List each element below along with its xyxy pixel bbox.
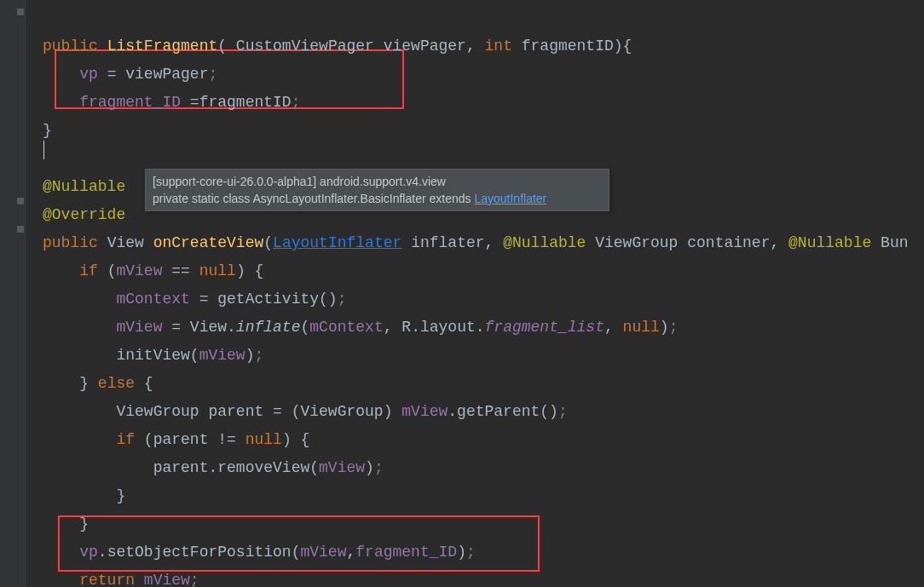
keyword-public: public xyxy=(43,37,98,55)
method-oncreateview: onCreateView xyxy=(153,234,264,251)
field-mview: mView xyxy=(319,459,365,476)
param-type: Bun xyxy=(881,234,908,251)
code-text: .getParent() xyxy=(448,403,558,420)
keyword-null: null xyxy=(199,262,236,279)
gutter-marker xyxy=(17,9,24,15)
tooltip-line2: private static class AsyncLayoutInflater… xyxy=(153,190,602,207)
field-mview: mView xyxy=(199,347,245,364)
tooltip-link-layoutinflater[interactable]: LayoutInflater xyxy=(474,192,546,205)
code-editor[interactable]: public ListFragment( CustomViewPager vie… xyxy=(43,4,909,587)
return-type: View xyxy=(107,234,144,251)
quickdoc-tooltip[interactable]: [support-core-ui-26.0.0-alpha1] android.… xyxy=(145,169,609,211)
field-fragment-id: fragment_ID xyxy=(355,544,457,561)
code-text: = getActivity() xyxy=(190,291,338,308)
tooltip-line1: [support-core-ui-26.0.0-alpha1] android.… xyxy=(153,173,602,190)
field-vp: vp xyxy=(79,544,98,561)
keyword-if: if xyxy=(116,431,135,448)
param-name: fragmentID xyxy=(522,37,614,55)
keyword-if: if xyxy=(79,262,98,279)
field-vp: vp xyxy=(79,66,98,83)
param-type: ViewGroup xyxy=(595,234,678,251)
field-fragment-id: fragment_ID xyxy=(79,94,181,111)
gutter-marker xyxy=(17,198,24,204)
code-text: == xyxy=(162,262,199,279)
param-type: CustomViewPager xyxy=(236,37,374,55)
gutter-marker xyxy=(17,226,24,233)
constructor-name: ListFragment xyxy=(107,37,218,55)
param-name: container xyxy=(687,234,770,251)
link-layoutinflater[interactable]: LayoutInflater xyxy=(273,234,401,251)
code-text: ViewGroup parent = (ViewGroup) xyxy=(116,403,401,420)
field-mview: mView xyxy=(300,544,346,561)
annotation-override: @Override xyxy=(43,206,125,223)
field-mview: mView xyxy=(116,319,162,336)
code-text: R.layout. xyxy=(401,319,484,336)
code-text: (parent != xyxy=(135,431,245,448)
keyword-else: else xyxy=(98,375,135,392)
annotation-nullable: @Nullable xyxy=(788,234,871,251)
keyword-return: return xyxy=(79,572,135,587)
field-mcontext: mContext xyxy=(309,319,383,336)
field-mview: mView xyxy=(116,262,162,279)
editor-gutter xyxy=(0,0,26,587)
code-text: .setObjectForPosition( xyxy=(98,544,301,561)
code-text: =fragmentID xyxy=(181,94,292,111)
code-text: initView( xyxy=(116,347,199,364)
annotation-nullable: @Nullable xyxy=(43,178,125,195)
keyword-null: null xyxy=(245,431,282,448)
code-text: parent.removeView( xyxy=(153,459,319,476)
field-mview: mView xyxy=(401,403,448,420)
code-text: = View. xyxy=(162,319,235,336)
method-inflate: inflate xyxy=(236,319,301,336)
keyword-int: int xyxy=(485,37,512,55)
param-name: inflater xyxy=(411,234,484,251)
field-mview: mView xyxy=(144,572,190,587)
brace-close: } xyxy=(43,122,52,139)
field-mcontext: mContext xyxy=(116,291,189,308)
annotation-nullable: @Nullable xyxy=(503,234,586,251)
param-name: viewPager xyxy=(384,37,466,55)
resource-fragment-list: fragment_list xyxy=(485,319,604,336)
keyword-null: null xyxy=(623,319,660,336)
keyword-public: public xyxy=(43,234,98,251)
code-text: = viewPager xyxy=(98,66,209,83)
